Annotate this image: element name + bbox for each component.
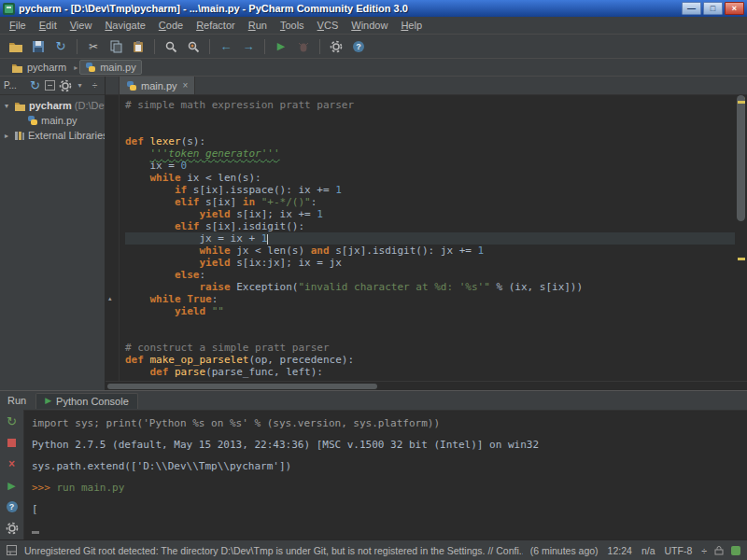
settings-button[interactable] (5, 522, 20, 535)
folder-icon (14, 101, 26, 111)
open-button[interactable] (6, 36, 26, 57)
menu-help[interactable]: Help (394, 18, 429, 33)
back-button[interactable]: ← (216, 36, 236, 57)
code-line[interactable]: '''token generator''' (125, 147, 735, 160)
find-button[interactable] (161, 36, 181, 57)
save-button[interactable] (28, 36, 49, 57)
menu-vcs[interactable]: VCS (311, 18, 345, 33)
expand-arrow-icon[interactable]: ▾ (2, 102, 11, 110)
inspections-indicator[interactable] (731, 546, 740, 555)
breadcrumb-label: main.py (100, 62, 136, 73)
code-line[interactable]: elif s[ix].isdigit(): (125, 220, 735, 232)
cut-button[interactable]: ✂ (83, 36, 104, 57)
code-area[interactable]: # simple math expression pratt parserdef… (120, 95, 735, 381)
breadcrumb-main-py[interactable]: main.py (79, 60, 142, 75)
debug-button[interactable] (293, 36, 314, 57)
git-branch[interactable]: n/a (641, 545, 655, 556)
menu-navigate[interactable]: Navigate (98, 18, 151, 33)
code-line[interactable] (125, 329, 735, 342)
menu-tools[interactable]: Tools (274, 18, 311, 33)
editor-vscrollbar[interactable] (735, 95, 747, 381)
project-tree: ▾pycharm (D:\Dev\Tmpmain.py▸External Lib… (0, 95, 105, 390)
close-button[interactable]: × (5, 457, 20, 470)
editor-gutter[interactable]: ▴ (106, 95, 120, 381)
menu-window[interactable]: Window (345, 18, 394, 33)
code-line[interactable]: ix = 0 (125, 160, 735, 172)
code-line[interactable]: yield "" (125, 305, 735, 317)
line-separator[interactable]: ÷ (701, 545, 707, 556)
code-line[interactable] (125, 111, 735, 123)
code-line[interactable]: else: (125, 269, 735, 281)
titlebar[interactable]: pycharm - [D:\Dev\Tmp\pycharm] - ...\mai… (0, 0, 747, 17)
rerun-button[interactable]: ↻ (5, 414, 20, 427)
code-line[interactable] (125, 123, 735, 135)
code-line[interactable]: elif s[ix] in "+-*/()": (125, 196, 735, 208)
tab-python-console[interactable]: ▶ Python Console (35, 393, 138, 409)
caret-button[interactable]: ▾ (74, 79, 86, 91)
paste-button[interactable] (128, 36, 148, 57)
tree-item-external-libraries[interactable]: ▸External Libraries (0, 128, 105, 143)
code-line[interactable]: while ix < len(s): (125, 172, 735, 184)
code-line[interactable]: while jx < len(s) and s[jx].isdigit(): j… (125, 245, 735, 257)
code-line[interactable]: yield s[ix]; ix += 1 (125, 208, 735, 220)
run-button[interactable]: ▶ (271, 36, 291, 57)
stop-button[interactable] (5, 436, 20, 449)
code-segment (125, 147, 150, 160)
hscrollbar-thumb[interactable] (107, 384, 377, 389)
caret-position[interactable]: 12:24 (608, 545, 632, 556)
code-segment: while (150, 172, 188, 184)
toolwindow-toggle-icon[interactable] (7, 545, 17, 555)
lock-icon[interactable] (714, 545, 724, 555)
replace-button[interactable] (183, 36, 204, 57)
menu-refactor[interactable]: Refactor (190, 18, 242, 33)
warning-stripe-mark[interactable] (738, 258, 745, 260)
sync-button[interactable]: ↻ (29, 79, 41, 91)
encoding[interactable]: UTF-8 (664, 545, 692, 556)
menu-code[interactable]: Code (152, 18, 190, 33)
code-segment: yield (175, 305, 212, 317)
code-line[interactable]: yield s[ix:jx]; ix = jx (125, 257, 735, 269)
editor-hscrollbar[interactable] (106, 381, 747, 390)
menu-view[interactable]: View (63, 18, 99, 33)
help-button[interactable]: ? (348, 36, 369, 57)
help-button[interactable]: ? (5, 500, 20, 513)
code-line[interactable]: def make_op_parselet(op, precedence): (125, 354, 735, 366)
execute-button[interactable]: ▶ (5, 479, 20, 492)
close-button[interactable]: × (725, 2, 744, 15)
code-line[interactable]: # construct a simple pratt parser (125, 342, 735, 354)
tree-item-pycharm[interactable]: ▾pycharm (D:\Dev\Tmp (0, 98, 105, 113)
sync-button[interactable]: ↻ (50, 36, 71, 57)
editor-tab-main-py[interactable]: main.py × (119, 77, 195, 94)
menubar: FileEditViewNavigateCodeRefactorRunTools… (0, 17, 747, 35)
vcs-annotation[interactable]: (6 minutes ago) (530, 545, 599, 556)
settings-button[interactable] (326, 36, 346, 57)
hide-button[interactable]: ÷ (89, 79, 101, 91)
copy-button[interactable] (106, 36, 126, 57)
warning-stripe-mark[interactable] (738, 101, 745, 104)
settings-button[interactable] (59, 79, 71, 91)
code-line[interactable]: while True: (125, 293, 735, 305)
expand-arrow-icon[interactable]: ▸ (2, 132, 11, 140)
breadcrumb-pycharm[interactable]: pycharm (6, 60, 72, 75)
code-line[interactable]: def parse(parse_func, left): (125, 366, 735, 378)
code-line[interactable]: # simple math expression pratt parser (125, 99, 735, 111)
menu-file[interactable]: File (3, 18, 33, 33)
code-line[interactable]: raise Exception("invalid character at %d… (125, 281, 735, 293)
forward-button[interactable]: → (238, 36, 259, 57)
close-icon[interactable]: × (183, 80, 189, 91)
collapse-button[interactable] (44, 79, 56, 91)
console-output[interactable]: import sys; print('Python %s on %s' % (s… (24, 410, 747, 539)
tree-item-main-py[interactable]: main.py (0, 113, 105, 128)
execute-icon: ▶ (7, 481, 15, 491)
menu-edit[interactable]: Edit (33, 18, 63, 33)
status-message[interactable]: Unregistered Git root detected: The dire… (24, 545, 523, 556)
code-line[interactable]: def lexer(s): (125, 135, 735, 147)
code-line[interactable]: if s[ix].isspace(): ix += 1 (125, 184, 735, 196)
maximize-button[interactable]: □ (703, 2, 723, 15)
menu-run[interactable]: Run (242, 18, 274, 33)
code-line[interactable]: jx = ix + 1 (125, 232, 735, 245)
minimize-button[interactable]: — (682, 2, 701, 15)
vscrollbar-thumb[interactable] (737, 95, 745, 221)
code-line[interactable] (125, 317, 735, 329)
paste-icon (132, 40, 145, 53)
